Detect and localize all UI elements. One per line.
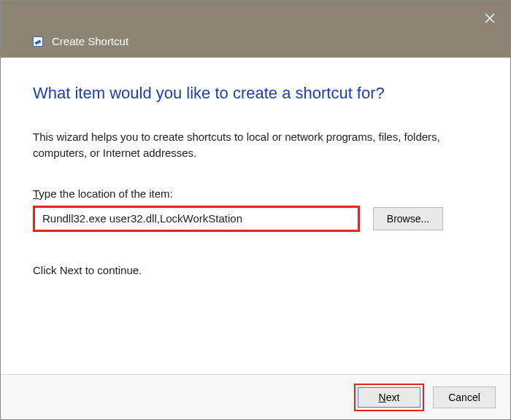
close-button[interactable]: [478, 7, 502, 30]
footer: Next Cancel: [1, 374, 510, 419]
next-highlight: Next: [354, 384, 424, 411]
breadcrumb-text: Create Shortcut: [52, 35, 128, 47]
shortcut-icon: [33, 36, 43, 47]
close-icon: [485, 13, 495, 23]
cancel-button[interactable]: Cancel: [433, 386, 496, 408]
location-label: Type the location of the item:: [33, 187, 478, 200]
location-input[interactable]: [33, 206, 360, 232]
content-area: What item would you like to create a sho…: [1, 58, 510, 276]
location-row: Browse...: [33, 206, 478, 232]
titlebar: Create Shortcut: [1, 1, 510, 58]
continue-text: Click Next to continue.: [33, 264, 478, 276]
page-title: What item would you like to create a sho…: [33, 84, 478, 103]
browse-button[interactable]: Browse...: [373, 207, 443, 230]
breadcrumb: Create Shortcut: [33, 35, 128, 47]
description-text: This wizard helps you to create shortcut…: [33, 129, 442, 161]
next-button[interactable]: Next: [358, 387, 420, 408]
